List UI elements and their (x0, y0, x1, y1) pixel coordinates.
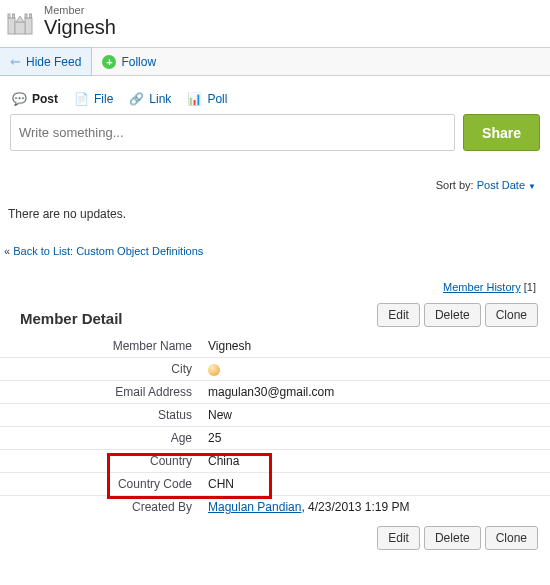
delete-button[interactable]: Delete (424, 526, 481, 550)
record-name: Vignesh (44, 16, 116, 39)
detail-section: Member NameVignesh City Email Addressmag… (0, 335, 550, 518)
tab-poll[interactable]: 📊Poll (187, 92, 227, 106)
feed-tabs: 💬Post 📄File 🔗Link 📊Poll (10, 86, 540, 114)
follow-button[interactable]: + Follow (92, 48, 166, 75)
detail-table: Member NameVignesh City Email Addressmag… (0, 335, 550, 518)
field-label: Country Code (0, 473, 200, 496)
field-value: magulan30@gmail.com (200, 381, 550, 404)
file-icon: 📄 (74, 92, 89, 106)
table-row: City (0, 358, 550, 381)
created-by-date: , 4/23/2013 1:19 PM (301, 500, 409, 514)
compose-row: Share (10, 114, 540, 151)
share-button[interactable]: Share (463, 114, 540, 151)
table-row: Email Addressmagulan30@gmail.com (0, 381, 550, 404)
table-row: Country CodeCHN (0, 473, 550, 496)
tab-link[interactable]: 🔗Link (129, 92, 171, 106)
bottom-button-row: Edit Delete Clone (377, 526, 538, 550)
field-value (200, 358, 550, 381)
sort-label: Sort by: (436, 179, 474, 191)
top-button-row: Edit Delete Clone (377, 303, 538, 327)
field-value: CHN (200, 473, 550, 496)
back-to-list-link[interactable]: Back to List: Custom Object Definitions (13, 245, 203, 257)
sort-row: Sort by: Post Date ▼ (0, 151, 550, 197)
back-link-row: « Back to List: Custom Object Definition… (0, 239, 550, 263)
page-header: Member Vignesh (0, 0, 550, 47)
edit-button[interactable]: Edit (377, 526, 420, 550)
table-row: CountryChina (0, 450, 550, 473)
field-value: China (200, 450, 550, 473)
record-type-label: Member (44, 4, 116, 16)
object-icon (4, 6, 36, 38)
table-row: Member NameVignesh (0, 335, 550, 358)
follow-label: Follow (121, 55, 156, 69)
back-prefix: « (4, 245, 13, 257)
field-label: Member Name (0, 335, 200, 358)
history-count: [1] (524, 281, 536, 293)
sort-value-link[interactable]: Post Date (477, 179, 525, 191)
tab-post[interactable]: 💬Post (12, 92, 58, 106)
poll-icon: 📊 (187, 92, 202, 106)
svg-rect-4 (13, 14, 15, 18)
delete-button[interactable]: Delete (424, 303, 481, 327)
field-value: Vignesh (200, 335, 550, 358)
hide-feed-label: Hide Feed (26, 55, 81, 69)
compose-input[interactable] (10, 114, 455, 151)
svg-rect-2 (15, 22, 25, 34)
svg-rect-5 (25, 14, 27, 18)
created-by-user-link[interactable]: Magulan Pandian (208, 500, 301, 514)
field-label: Email Address (0, 381, 200, 404)
field-label: Status (0, 404, 200, 427)
dropdown-icon[interactable]: ▼ (528, 182, 536, 191)
clone-button[interactable]: Clone (485, 526, 538, 550)
clone-button[interactable]: Clone (485, 303, 538, 327)
history-link-row: Member History [1] (0, 263, 550, 303)
chat-icon: 💬 (12, 92, 27, 106)
field-label: Created By (0, 496, 200, 519)
field-label: City (0, 358, 200, 381)
tab-file[interactable]: 📄File (74, 92, 113, 106)
plus-icon: + (102, 55, 116, 69)
field-label: Country (0, 450, 200, 473)
svg-rect-1 (25, 18, 32, 34)
pulse-icon: ⇜ (10, 54, 21, 69)
svg-rect-0 (8, 18, 15, 34)
svg-rect-3 (8, 14, 10, 18)
svg-rect-6 (30, 14, 32, 18)
feed-empty-message: There are no updates. (0, 197, 550, 239)
city-indicator-icon (208, 364, 220, 376)
feed-toolbar: ⇜ Hide Feed + Follow (0, 47, 550, 76)
member-history-link[interactable]: Member History (443, 281, 521, 293)
section-title: Member Detail (10, 304, 123, 327)
table-row: Age25 (0, 427, 550, 450)
field-value: Magulan Pandian, 4/23/2013 1:19 PM (200, 496, 550, 519)
link-icon: 🔗 (129, 92, 144, 106)
hide-feed-button[interactable]: ⇜ Hide Feed (0, 47, 92, 76)
table-row: Created ByMagulan Pandian, 4/23/2013 1:1… (0, 496, 550, 519)
edit-button[interactable]: Edit (377, 303, 420, 327)
field-label: Age (0, 427, 200, 450)
svg-marker-7 (16, 16, 24, 22)
table-row: StatusNew (0, 404, 550, 427)
field-value: New (200, 404, 550, 427)
field-value: 25 (200, 427, 550, 450)
